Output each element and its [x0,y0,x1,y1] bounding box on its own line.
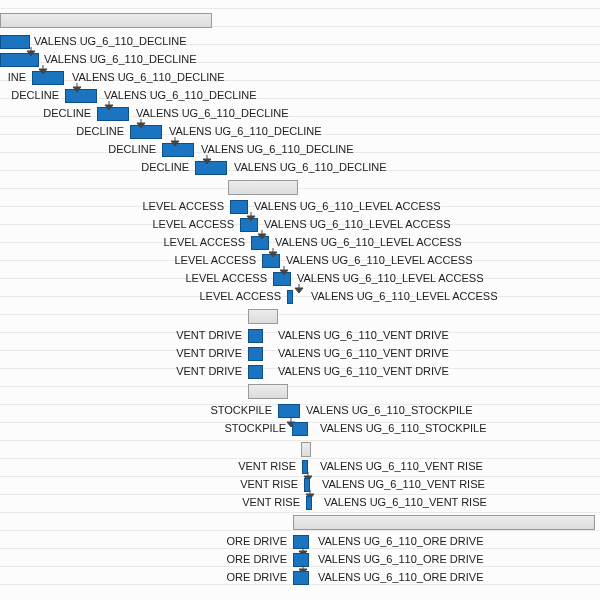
task-right-label: VALENS UG_6_110_DECLINE [72,69,225,85]
task-left-label: LEVEL ACCESS [152,216,234,232]
task-right-label: VALENS UG_6_110_LEVEL ACCESS [297,270,484,286]
task-left-label: LEVEL ACCESS [174,252,256,268]
task-bar[interactable] [248,347,263,361]
grid-line [0,314,600,315]
task-right-label: VALENS UG_6_110_DECLINE [234,159,387,175]
task-left-label: VENT DRIVE [176,327,242,343]
grid-line [0,494,600,495]
group-summary-bar[interactable] [301,442,311,457]
task-right-label: VALENS UG_6_110_DECLINE [104,87,257,103]
grid-line [0,440,600,441]
task-right-label: VALENS UG_6_110_DECLINE [201,141,354,157]
task-left-label: ORE DRIVE [226,569,287,585]
task-right-label: VALENS UG_6_110_DECLINE [34,33,187,49]
group-summary-bar[interactable] [248,309,278,324]
group-summary-bar[interactable] [248,384,288,399]
grid-line [0,8,600,9]
dependency-arrow-icon [257,230,267,240]
gantt-canvas: { "rows": [ {"group":"header","top":13,"… [0,0,600,600]
task-right-label: VALENS UG_6_110_VENT RISE [322,476,485,492]
task-right-label: VALENS UG_6_110_VENT DRIVE [278,345,449,361]
task-left-label: DECLINE [141,159,189,175]
task-left-label: STOCKPILE [224,420,286,436]
dependency-arrow-icon [294,284,304,294]
task-right-label: VALENS UG_6_110_DECLINE [169,123,322,139]
task-left-label: STOCKPILE [210,402,272,418]
grid-line [0,458,600,459]
dependency-arrow-icon [170,137,180,147]
task-left-label: LEVEL ACCESS [185,270,267,286]
task-left-label: INE [8,69,26,85]
task-right-label: VALENS UG_6_110_DECLINE [44,51,197,67]
task-bar[interactable] [32,71,64,85]
group-summary-bar[interactable] [228,180,298,195]
task-left-label: VENT DRIVE [176,363,242,379]
task-bar[interactable] [293,571,309,585]
task-right-label: VALENS UG_6_110_ORE DRIVE [318,569,483,585]
grid-line [0,476,600,477]
dependency-arrow-icon [246,212,256,222]
dependency-arrow-icon [202,155,212,165]
task-left-label: DECLINE [108,141,156,157]
task-bar[interactable] [130,125,162,139]
task-bar[interactable] [248,329,263,343]
group-summary-bar[interactable] [293,515,595,530]
task-left-label: DECLINE [11,87,59,103]
task-left-label: DECLINE [43,105,91,121]
task-bar[interactable] [292,422,308,436]
task-right-label: VALENS UG_6_110_DECLINE [136,105,289,121]
dependency-arrow-icon [38,65,48,75]
group-summary-bar[interactable] [0,13,212,28]
dependency-arrow-icon [136,119,146,129]
task-right-label: VALENS UG_6_110_LEVEL ACCESS [311,288,498,304]
task-right-label: VALENS UG_6_110_LEVEL ACCESS [254,198,441,214]
dependency-arrow-icon [279,266,289,276]
dependency-arrow-icon [26,47,36,57]
grid-line [0,296,600,297]
dependency-arrow-icon [268,248,278,258]
dependency-arrow-icon [104,101,114,111]
dependency-arrow-icon [72,83,82,93]
task-left-label: VENT RISE [238,458,296,474]
task-right-label: VALENS UG_6_110_VENT RISE [324,494,487,510]
grid-line [0,188,600,189]
task-right-label: VALENS UG_6_110_VENT DRIVE [278,327,449,343]
task-bar[interactable] [248,365,263,379]
task-left-label: LEVEL ACCESS [199,288,281,304]
task-right-label: VALENS UG_6_110_VENT DRIVE [278,363,449,379]
grid-line [0,512,600,513]
task-right-label: VALENS UG_6_110_LEVEL ACCESS [286,252,473,268]
task-left-label: VENT RISE [240,476,298,492]
task-right-label: VALENS UG_6_110_LEVEL ACCESS [275,234,462,250]
grid-line [0,530,600,531]
task-left-label: LEVEL ACCESS [142,198,224,214]
task-right-label: VALENS UG_6_110_LEVEL ACCESS [264,216,451,232]
task-left-label: LEVEL ACCESS [163,234,245,250]
task-left-label: ORE DRIVE [226,533,287,549]
task-right-label: VALENS UG_6_110_STOCKPILE [320,420,487,436]
task-left-label: VENT DRIVE [176,345,242,361]
grid-line [0,404,600,405]
task-left-label: VENT RISE [242,494,300,510]
task-right-label: VALENS UG_6_110_ORE DRIVE [318,533,483,549]
task-left-label: ORE DRIVE [226,551,287,567]
task-left-label: DECLINE [76,123,124,139]
task-bar[interactable] [278,404,300,418]
task-bar[interactable] [287,290,293,304]
task-right-label: VALENS UG_6_110_STOCKPILE [306,402,473,418]
task-right-label: VALENS UG_6_110_ORE DRIVE [318,551,483,567]
task-right-label: VALENS UG_6_110_VENT RISE [320,458,483,474]
grid-line [0,386,600,387]
task-bar[interactable] [306,496,312,510]
